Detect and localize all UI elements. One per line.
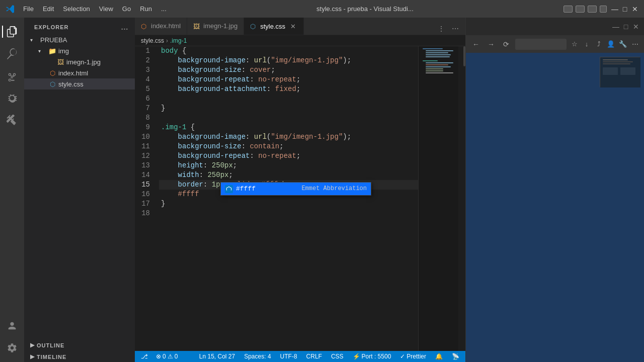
code-line-4: background-repeat: no-repeat; bbox=[159, 75, 418, 84]
tree-folder-img[interactable]: ▾ 📁 img bbox=[24, 45, 135, 56]
sidebar-header: EXPLORER … bbox=[24, 18, 135, 34]
code-line-12: background-repeat: no-repeat; bbox=[159, 151, 418, 161]
ln-10: 10 bbox=[135, 132, 155, 142]
menu-view[interactable]: View bbox=[95, 4, 117, 14]
html-file-icon: ⬡ bbox=[48, 69, 56, 77]
status-language[interactable]: CSS bbox=[329, 353, 346, 360]
editor-area: ⬡ index.html 🖼 imegn-1.jpg ⬡ style.css ✕… bbox=[135, 18, 465, 362]
browser-maximize[interactable]: □ bbox=[622, 23, 630, 31]
layout-icon-4[interactable] bbox=[600, 6, 607, 13]
browser-close[interactable]: ✕ bbox=[632, 23, 640, 31]
code-line-2: background-image: url("img/imegn-1.jpg")… bbox=[159, 56, 418, 65]
port-icon: ⚡ bbox=[353, 353, 360, 360]
status-errors[interactable]: ⊗ 0 ⚠ 0 bbox=[154, 353, 180, 360]
status-broadcast[interactable]: 📡 bbox=[450, 353, 461, 360]
warning-count: 0 bbox=[175, 353, 178, 360]
new-file-icon[interactable]: … bbox=[121, 23, 129, 31]
ln-1: 1 bbox=[135, 46, 155, 56]
status-formatter[interactable]: ✓ Prettier bbox=[398, 353, 428, 360]
breadcrumb-file[interactable]: style.css bbox=[141, 37, 164, 44]
tab-imegn[interactable]: 🖼 imegn-1.jpg bbox=[187, 18, 244, 35]
menu-selection[interactable]: Selection bbox=[59, 4, 94, 14]
browser-refresh[interactable]: ⟳ bbox=[500, 38, 512, 50]
editor[interactable]: 1 2 3 4 5 6 7 8 9 10 11 12 13 14 15 16 1… bbox=[135, 46, 465, 351]
layout-icon-2[interactable] bbox=[576, 6, 585, 13]
browser-profile[interactable]: 👤 bbox=[606, 39, 616, 49]
tree-file-style[interactable]: ▶ ⬡ style.css bbox=[24, 78, 135, 89]
tree-root-prueba[interactable]: ▾ PRUEBA bbox=[24, 34, 135, 45]
ln-17: 17 bbox=[135, 199, 155, 209]
sidebar: EXPLORER … ▾ PRUEBA ▾ 📁 img ▶ 🖼 imegn-1.… bbox=[24, 18, 135, 362]
code-line-1: body { bbox=[159, 46, 418, 56]
layout-icon-1[interactable] bbox=[564, 6, 573, 13]
activity-source-control[interactable] bbox=[2, 66, 22, 86]
status-line-ending[interactable]: CRLF bbox=[304, 353, 324, 360]
activity-bar bbox=[0, 18, 24, 362]
ln-9: 9 bbox=[135, 123, 155, 132]
scrollbar-thumb[interactable] bbox=[463, 46, 465, 66]
tree-arrow-prueba: ▾ bbox=[30, 37, 38, 43]
activity-debug[interactable] bbox=[2, 88, 22, 108]
outline-section[interactable]: ▶ OUTLINE bbox=[24, 339, 135, 350]
timeline-section[interactable]: ▶ TIMELINE bbox=[24, 350, 135, 362]
menu-more[interactable]: ... bbox=[157, 4, 171, 14]
status-port[interactable]: ⚡ Port : 5500 bbox=[351, 353, 393, 360]
tree-file-imegn[interactable]: ▶ 🖼 imegn-1.jpg bbox=[24, 56, 135, 67]
browser-back[interactable]: ← bbox=[470, 38, 482, 50]
editor-scrollbar[interactable] bbox=[458, 46, 465, 351]
menu-edit[interactable]: Edit bbox=[39, 4, 58, 14]
browser-address-bar[interactable] bbox=[515, 39, 567, 50]
status-encoding[interactable]: UTF-8 bbox=[278, 353, 299, 360]
status-spaces[interactable]: Spaces: 4 bbox=[242, 353, 273, 360]
breadcrumb-selector[interactable]: .img-1 bbox=[170, 37, 187, 44]
ln-4: 4 bbox=[135, 75, 155, 84]
browser-extensions[interactable]: 🔧 bbox=[618, 39, 628, 49]
close-button[interactable]: ✕ bbox=[631, 5, 639, 13]
status-bell[interactable]: 🔔 bbox=[433, 353, 445, 360]
browser-download[interactable]: ↓ bbox=[582, 39, 592, 49]
svg-point-0 bbox=[10, 322, 14, 326]
autocomplete-dropdown[interactable]: #ffff Emmet Abbreviation bbox=[220, 182, 371, 196]
tab-label-index: index.html bbox=[151, 22, 181, 30]
activity-settings[interactable] bbox=[2, 338, 22, 358]
browser-forward[interactable]: → bbox=[485, 38, 497, 50]
sidebar-header-icons: … bbox=[121, 23, 129, 31]
browser-minimize[interactable]: — bbox=[612, 23, 620, 31]
browser-menu[interactable]: ⋯ bbox=[630, 39, 640, 49]
more-actions-button[interactable]: ⋯ bbox=[449, 23, 461, 35]
browser-star[interactable]: ☆ bbox=[570, 39, 580, 49]
code-line-11: background-size: contain; bbox=[159, 142, 418, 151]
status-branch[interactable]: ⎇ bbox=[139, 353, 150, 360]
svg-rect-4 bbox=[426, 54, 451, 55]
autocomplete-item[interactable]: #ffff Emmet Abbreviation bbox=[221, 183, 371, 195]
maximize-button[interactable]: □ bbox=[621, 5, 629, 13]
svg-rect-15 bbox=[603, 61, 633, 62]
status-ln-col[interactable]: Ln 15, Col 27 bbox=[197, 353, 237, 360]
minimize-button[interactable]: — bbox=[611, 5, 619, 13]
activity-extensions[interactable] bbox=[2, 110, 22, 130]
split-editor-button[interactable]: ⋮ bbox=[435, 23, 447, 35]
broadcast-icon: 📡 bbox=[452, 353, 459, 360]
code-area[interactable]: body { background-image: url("img/imegn-… bbox=[159, 46, 418, 351]
menu-run[interactable]: Run bbox=[136, 4, 156, 14]
activity-explorer[interactable] bbox=[2, 22, 22, 42]
activity-accounts[interactable] bbox=[2, 316, 22, 336]
tab-close-style[interactable]: ✕ bbox=[288, 22, 297, 31]
svg-rect-10 bbox=[426, 68, 443, 69]
browser-share[interactable]: ⤴ bbox=[594, 39, 604, 49]
minimap-content bbox=[419, 46, 458, 351]
activity-search[interactable] bbox=[2, 44, 22, 64]
menu-file[interactable]: File bbox=[19, 4, 38, 14]
bell-icon: 🔔 bbox=[435, 353, 443, 360]
tab-style-css[interactable]: ⬡ style.css ✕ bbox=[244, 18, 304, 35]
autocomplete-source: Emmet Abbreviation bbox=[301, 184, 367, 194]
ln-5: 5 bbox=[135, 84, 155, 94]
tab-index-html[interactable]: ⬡ index.html bbox=[135, 18, 187, 35]
menu-go[interactable]: Go bbox=[118, 4, 135, 14]
sidebar-tree: ▾ PRUEBA ▾ 📁 img ▶ 🖼 imegn-1.jpg ▶ ⬡ ind… bbox=[24, 34, 135, 339]
formatter-label: Prettier bbox=[407, 353, 426, 360]
tree-file-index[interactable]: ▶ ⬡ index.html bbox=[24, 67, 135, 78]
check-icon: ✓ bbox=[400, 353, 405, 360]
ln-6: 6 bbox=[135, 94, 155, 104]
layout-icon-3[interactable] bbox=[588, 6, 597, 13]
